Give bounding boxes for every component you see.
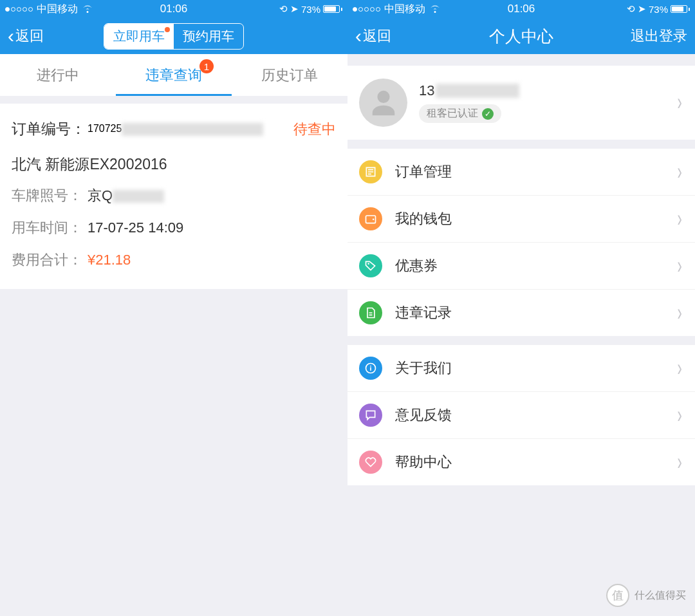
status-time: 01:06 [508, 3, 535, 15]
back-label: 返回 [15, 26, 44, 46]
carrier-label: 中国移动 [384, 3, 425, 16]
menu-orders[interactable]: 订单管理 › [348, 149, 695, 196]
car-model: 北汽 新能源EX2002016 [12, 145, 336, 180]
signal-dots-icon [353, 7, 380, 12]
phone-number: 13 [419, 82, 676, 99]
lock-icon: ⟲ [627, 3, 635, 15]
plate-value: 京Q [88, 186, 164, 205]
menu-about[interactable]: 关于我们 › [348, 345, 695, 392]
segment-reserve[interactable]: 预约用车 [174, 24, 243, 49]
order-number-label: 订单编号： [12, 119, 88, 139]
menu-group-2: 关于我们 › 意见反馈 › 帮助中心 › [348, 345, 695, 485]
menu-wallet[interactable]: 我的钱包 › [348, 196, 695, 243]
screen-violation-query: 中国移动 01:06 ⟲ ➤ 73% ‹ 返回 立即用车 [0, 0, 348, 616]
use-time-value: 17-07-25 14:09 [88, 219, 183, 236]
svg-point-2 [367, 263, 369, 265]
heart-icon [359, 451, 382, 474]
order-status: 待查中 [293, 120, 336, 139]
chevron-right-icon: › [677, 214, 681, 223]
menu-coupon[interactable]: 优惠券 › [348, 243, 695, 290]
info-icon [359, 357, 382, 380]
chevron-left-icon: ‹ [8, 26, 14, 46]
location-icon: ➤ [290, 3, 299, 15]
carrier-label: 中国移动 [37, 3, 78, 16]
tab-history[interactable]: 历史订单 [232, 54, 348, 96]
watermark-text: 什么值得买 [635, 589, 686, 602]
order-tabs: 进行中 违章查询 1 历史订单 [0, 54, 348, 96]
tab-violation[interactable]: 违章查询 1 [116, 54, 232, 96]
segment-now[interactable]: 立即用车 [104, 24, 174, 49]
nav-bar: ‹ 返回 个人中心 退出登录 [348, 18, 695, 54]
status-bar: 中国移动 01:06 ⟲ ➤ 73% [348, 0, 695, 18]
badge-count: 1 [199, 59, 214, 73]
use-time-label: 用车时间： [12, 218, 88, 238]
back-label: 返回 [363, 26, 391, 46]
logout-button[interactable]: 退出登录 [631, 26, 687, 46]
menu-group-1: 订单管理 › 我的钱包 › 优惠券 › 违章记录 › [348, 149, 695, 336]
verified-chip: 租客已认证 ✓ [419, 104, 501, 123]
order-number-value: 170725 [88, 123, 263, 136]
menu-feedback[interactable]: 意见反馈 › [348, 392, 695, 439]
battery-percent: 73% [649, 4, 668, 15]
profile-card[interactable]: 13 租客已认证 ✓ › [348, 66, 695, 140]
svg-point-1 [373, 219, 375, 221]
chevron-right-icon: › [677, 261, 681, 270]
status-bar: 中国移动 01:06 ⟲ ➤ 73% [0, 0, 348, 18]
page-title: 个人中心 [489, 26, 553, 47]
feedback-icon [359, 404, 382, 427]
notification-dot-icon [165, 27, 170, 32]
chevron-right-icon: › [677, 167, 681, 176]
nav-bar: ‹ 返回 立即用车 预约用车 [0, 18, 348, 54]
wallet-icon [359, 207, 382, 230]
battery-percent: 73% [301, 4, 320, 15]
status-time: 01:06 [160, 3, 188, 15]
signal-dots-icon [5, 7, 33, 12]
coupon-icon [359, 254, 382, 277]
chevron-right-icon: › [677, 308, 681, 317]
lock-icon: ⟲ [279, 3, 288, 15]
avatar [359, 79, 407, 127]
chevron-right-icon: › [677, 98, 681, 107]
chevron-right-icon: › [677, 458, 681, 467]
use-car-segment: 立即用车 预约用车 [104, 23, 244, 50]
total-value: ¥21.18 [88, 252, 131, 268]
back-button[interactable]: ‹ 返回 [8, 26, 44, 46]
orders-icon [359, 160, 382, 183]
menu-violations[interactable]: 违章记录 › [348, 290, 695, 336]
chevron-left-icon: ‹ [355, 26, 362, 46]
watermark: 值 什么值得买 [606, 584, 686, 607]
document-icon [359, 301, 382, 324]
battery-icon [671, 5, 690, 13]
back-button[interactable]: ‹ 返回 [355, 26, 391, 46]
check-icon: ✓ [482, 108, 494, 120]
watermark-icon: 值 [606, 584, 629, 607]
menu-help[interactable]: 帮助中心 › [348, 439, 695, 485]
battery-icon [323, 5, 342, 13]
tab-ongoing[interactable]: 进行中 [0, 54, 116, 96]
wifi-icon [82, 5, 93, 14]
location-icon: ➤ [638, 3, 646, 15]
screen-profile: 中国移动 01:06 ⟲ ➤ 73% ‹ 返回 个人中心 退出登录 [348, 0, 695, 616]
plate-label: 车牌照号： [12, 186, 88, 205]
wifi-icon [429, 5, 441, 14]
chevron-right-icon: › [677, 364, 681, 373]
chevron-right-icon: › [677, 411, 681, 420]
order-card[interactable]: 订单编号： 170725 待查中 北汽 新能源EX2002016 车牌照号： 京… [0, 104, 348, 289]
total-label: 费用合计： [12, 250, 88, 270]
